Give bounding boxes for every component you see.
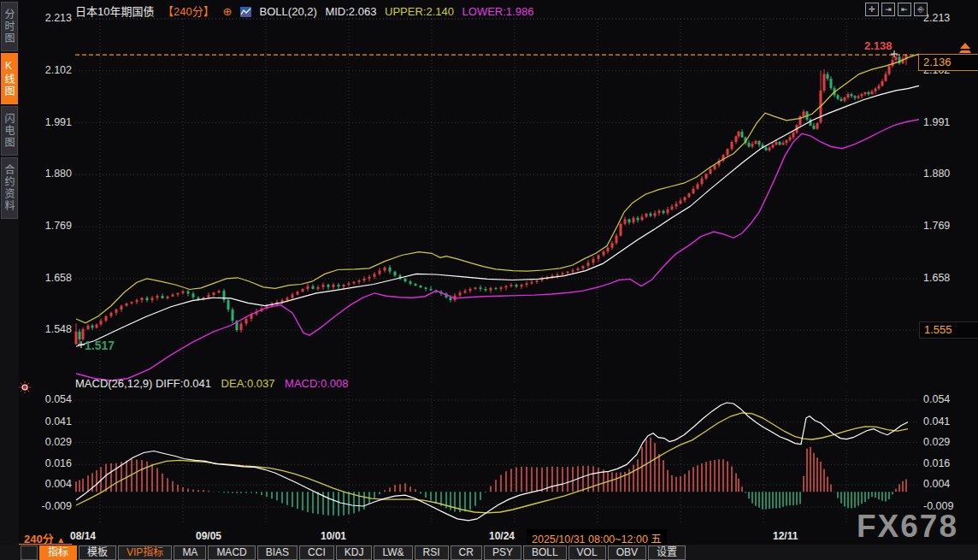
toolbar-item-VOL[interactable]: VOL [569,545,606,560]
macd-dea-value: DEA:0.037 [221,377,275,390]
toolbar-item-OBV[interactable]: OBV [608,545,646,560]
high-price-label: 2.138 [864,39,893,52]
toolbar-item-MACD[interactable]: MACD [208,545,255,560]
compress-x-axis-icon[interactable]: ⇤ [898,3,911,16]
toolbar-item-MA[interactable]: MA [174,545,206,560]
macd-tick-right: 0.054 [923,393,950,405]
x-axis-tick: 08/14 [70,530,96,542]
x-axis-tick: 12/11 [773,530,798,542]
boll-params: BOLL(20,2) [260,5,317,18]
price-tick-left: 1.548 [21,323,72,335]
price-tick-left: 1.769 [21,220,72,232]
price-tick-left: 1.880 [21,168,72,180]
price-tick-left: 2.102 [21,64,72,76]
indicator-toolbar: 指标模板VIP指标MAMACDBIASCCIKDJLW&RSICRPSYBOLL… [0,545,978,560]
alert-icon[interactable] [19,381,31,397]
toolbar-item-KDJ[interactable]: KDJ [336,545,373,560]
toolbar-item-BOLL[interactable]: BOLL [523,545,567,560]
chart-window: 分时图K线图闪电图合约资料 日本10年期国债 【240分】 ⊕ BOLL(20,… [0,0,978,560]
price-tick-left: 1.658 [21,272,72,284]
price-tick-left: 1.991 [21,116,72,128]
macd-bar-value: MACD:0.008 [285,377,348,390]
macd-tick-right: 0.029 [923,436,950,448]
macd-tick-left: 0.004 [21,478,72,490]
collapse-circle-icon[interactable]: ⊕ [222,5,232,18]
kline-chart-canvas[interactable] [0,0,978,560]
toolbar-item-VIP指标[interactable]: VIP指标 [118,545,172,560]
toolbar-item-CR[interactable]: CR [451,545,482,560]
price-up-arrow-icon [957,42,973,57]
price-tick-right: 1.880 [923,168,950,180]
boll-upper-value: UPPER:2.140 [385,5,454,18]
price-tick-right: 1.658 [923,272,950,284]
instrument-title: 日本10年期国债 [75,5,154,18]
price-tick-left: 2.213 [21,12,72,24]
period-label: 【240分】 [162,5,215,18]
toolbar-item-BIAS[interactable]: BIAS [257,545,298,560]
x-axis-tick: 10/01 [321,530,346,542]
chart-header: 日本10年期国债 【240分】 ⊕ BOLL(20,2) MID:2.063 U… [75,3,539,19]
macd-tick-right: 0.016 [923,457,950,469]
macd-header: MACD(26,12,9) DIFF:0.041 DEA:0.037 MACD:… [75,377,356,390]
exit-pane-icon[interactable]: ⎆ [914,3,928,16]
toolbar-item-CCI[interactable]: CCI [299,545,334,560]
sidebar-tab-1[interactable]: 分时图 [1,2,18,51]
left-sidebar: 分时图K线图闪电图合约资料 [0,0,19,560]
macd-tick-left: 0.016 [21,457,72,469]
toolbar-item-LW&[interactable]: LW& [374,545,412,560]
pane-layout-icon[interactable]: ✛ [865,3,879,16]
macd-tick-left: 0.029 [21,436,72,448]
indicator-chart-icon[interactable] [240,5,251,18]
boll-mid-value: MID:2.063 [325,5,376,18]
header-icon-strip: ✛ ⇥ ⇤ ⎆ [865,3,928,16]
sidebar-tab-3[interactable]: 闪电图 [1,106,18,156]
x-axis-tick: 09/05 [196,530,221,542]
toolbar-item-模板[interactable]: 模板 [79,545,116,560]
toolbar-item-设置[interactable]: 设置 [648,545,686,560]
macd-tick-right: 0.041 [923,416,950,427]
boll-lower-value: LOWER:1.986 [462,5,534,18]
x-axis-tick: 10/24 [489,530,515,542]
toolbar-item-指标[interactable]: 指标 [39,545,77,560]
price-tick-right: 1.769 [923,220,950,232]
fx678-watermark: FX678 [857,509,958,545]
toolbar-item-RSI[interactable]: RSI [415,545,449,560]
macd-diff-value: MACD(26,12,9) DIFF:0.041 [75,377,211,390]
sidebar-tab-2[interactable]: K线图 [1,53,18,104]
right-axis-price-box: 1.555 [919,321,978,339]
expand-x-axis-icon[interactable]: ⇥ [881,3,895,16]
price-tick-right: 1.991 [923,116,950,128]
low-price-label: 1.517 [85,339,115,352]
macd-tick-right: 0.004 [923,478,950,490]
macd-tick-left: -0.009 [21,500,72,512]
toolbar-stub-box[interactable] [21,545,38,560]
macd-tick-left: 0.041 [21,416,72,427]
toolbar-item-PSY[interactable]: PSY [484,545,521,560]
sidebar-tab-4[interactable]: 合约资料 [1,157,18,219]
